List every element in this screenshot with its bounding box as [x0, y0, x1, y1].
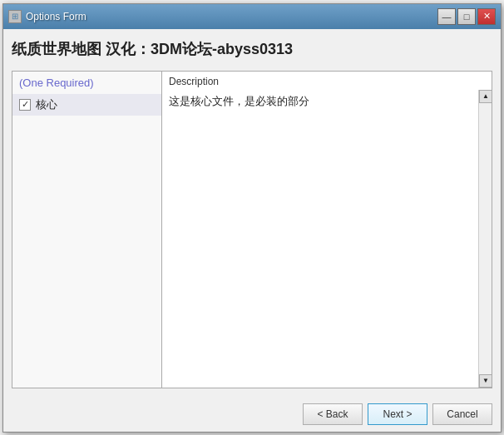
- option-checkbox-core[interactable]: ✓: [19, 99, 31, 111]
- option-label-core: 核心: [36, 97, 57, 112]
- window-content: 纸质世界地图 汉化：3DM论坛-abyss0313 (One Required)…: [3, 29, 501, 397]
- scrollbar-thumb[interactable]: [479, 103, 492, 374]
- cancel-button[interactable]: Cancel: [432, 403, 492, 425]
- close-button[interactable]: ✕: [477, 8, 496, 25]
- main-window: ⊞ Options Form — □ ✕ 纸质世界地图 汉化：3DM论坛-aby…: [2, 3, 502, 433]
- scroll-up-button[interactable]: ▲: [479, 90, 492, 103]
- bottom-bar: < Back Next > Cancel: [3, 397, 501, 432]
- description-text: 这是核心文件，是必装的部分: [169, 95, 309, 107]
- description-header: Description: [162, 72, 492, 90]
- main-title: 纸质世界地图 汉化：3DM论坛-abyss0313: [12, 36, 492, 62]
- next-button[interactable]: Next >: [368, 403, 427, 425]
- required-label: (One Required): [12, 72, 161, 94]
- title-bar-left: ⊞ Options Form: [8, 10, 86, 23]
- window-title: Options Form: [26, 11, 86, 22]
- window-icon: ⊞: [8, 10, 22, 23]
- maximize-button[interactable]: □: [457, 8, 476, 25]
- back-button[interactable]: < Back: [303, 403, 363, 425]
- option-item-core[interactable]: ✓ 核心: [12, 94, 161, 116]
- title-bar: ⊞ Options Form — □ ✕: [3, 4, 501, 29]
- panels-container: (One Required) ✓ 核心 Description 这是核心文件，是…: [12, 71, 492, 388]
- minimize-button[interactable]: —: [437, 8, 456, 25]
- left-panel: (One Required) ✓ 核心: [12, 72, 162, 388]
- scroll-down-button[interactable]: ▼: [479, 374, 492, 388]
- right-panel: Description 这是核心文件，是必装的部分 ▲ ▼: [162, 72, 492, 388]
- description-content: 这是核心文件，是必装的部分 ▲ ▼: [162, 90, 492, 388]
- scrollbar: ▲ ▼: [478, 90, 492, 388]
- title-bar-buttons: — □ ✕: [437, 8, 496, 25]
